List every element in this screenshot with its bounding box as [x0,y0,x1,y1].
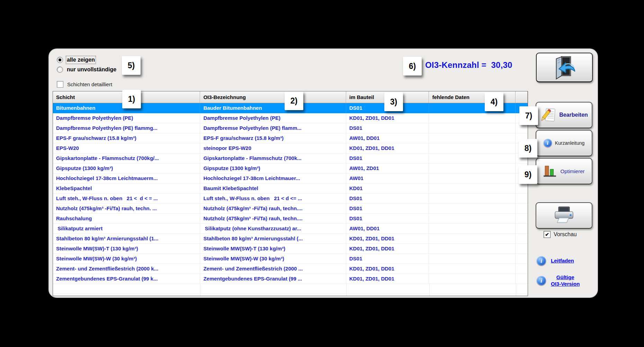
cell-im-bauteil: DS01 [346,153,429,163]
cell-fehlende-daten [429,194,516,203]
vorschau-checkbox-row[interactable]: ✔ Vorschau [544,231,577,238]
leitfaden-row: i Leitfaden [537,256,574,266]
cell-im-bauteil: KD01, ZD01, DD01 [346,244,429,253]
cell-schicht: Zementgebundenes EPS-Granulat (99 k... [53,274,200,284]
cell-schicht: Gipskartonplatte - Flammschutz (700kg/..… [53,153,200,163]
table-row[interactable]: Stahlbeton 80 kg/m³ Armierungsstahl (1..… [53,234,528,244]
table-row[interactable]: Silikatputz armiert Silikatputz (ohne Ku… [53,224,528,234]
optimierer-label: Optimierer [560,168,584,174]
table-row[interactable]: Luft steh., W-Fluss n. oben 21 < d < = .… [53,194,528,204]
print-button[interactable] [536,202,592,229]
cell-im-bauteil: AW01 [346,174,429,183]
table-row[interactable]: Rauhschalung Nutzholz (475kg/m³ -Fi/Ta) … [53,214,528,224]
radio-show-all-input[interactable] [57,57,63,63]
cell-extra [516,244,528,253]
checkbox-layers-detailed-label: Schichten detailliert [67,81,112,87]
cell-schicht: KlebeSpachtel [53,184,200,193]
cell-schicht: EPS-W20 [53,143,200,153]
column-header-extra[interactable] [516,91,528,103]
table-row[interactable]: Hochlochziegel 17-38cm Leichtmauerm... H… [53,174,528,184]
info-icon: i [537,256,546,266]
radio-show-all[interactable]: alle zeigen [57,57,95,63]
cell-oi3-bezeichnung: Gipskartonplatte - Flammschutz (700k... [200,153,346,163]
gueltige-version-row: i GültigeOI3-Version [537,274,580,287]
leitfaden-link[interactable]: Leitfaden [551,258,574,264]
cell-schicht: Gipsputze (1300 kg/m³) [53,163,200,173]
cell-schicht: Silikatputz armiert [53,224,200,233]
cell-im-bauteil: DS01 [346,194,429,203]
cell-im-bauteil: KD01 [346,184,429,193]
cell-oi3-bezeichnung: Zementgebundenes EPS-Granulat (99 ... [200,274,346,284]
bearbeiten-label: Bearbeiten [559,112,588,118]
table-row[interactable]: Steinwolle MW(SW)-W (30 kg/m³) Steinwoll… [53,254,528,264]
table-row[interactable]: Dampfbremse Polyethylen (PE) Dampfbremse… [53,113,528,123]
cell-oi3-bezeichnung: Gipsputze (1300 kg/m³) [200,163,346,173]
column-header-oi3-bezeichnung[interactable]: OI3-Bezeichnung [200,91,346,103]
callout-5: 5) [122,56,141,75]
cell-oi3-bezeichnung: Dampfbremse Polyethylen (PE) [200,113,346,123]
callout-7: 7) [519,106,538,125]
cell-extra [516,184,528,193]
callout-9: 9) [519,165,537,184]
cell-oi3-bezeichnung: Nutzholz (475kg/m³ -Fi/Ta) rauh, techn..… [200,204,346,213]
cell-im-bauteil: KD01, ZD01, DD01 [346,274,429,284]
cell-extra [516,204,528,213]
callout-1: 1) [122,90,141,108]
cell-schicht: Steinwolle MW(SW)-T (130 kg/m³) [53,244,200,253]
table-row[interactable]: Steinwolle MW(SW)-T (130 kg/m³) Steinwol… [53,244,528,254]
cell-im-bauteil: KD01, ZD01, DD01 [346,264,429,274]
checkbox-layers-detailed[interactable]: ✔ Schichten detailliert [57,81,112,88]
cell-oi3-bezeichnung: Steinwolle MW(SW)-T (130 kg/m³) [200,244,346,253]
cell-schicht: Hochlochziegel 17-38cm Leichtmauerm... [53,174,200,183]
cell-im-bauteil: DS01 [346,214,429,223]
exit-button[interactable] [536,53,593,82]
cell-schicht: Luft steh., W-Fluss n. oben 21 < d < = .… [53,194,200,203]
table-row[interactable]: Nutzholz (475kg/m³ -Fi/Ta) rauh, techn. … [53,204,528,214]
cell-extra [516,194,528,203]
cell-schicht: Stahlbeton 80 kg/m³ Armierungsstahl (1..… [53,234,200,243]
radio-incomplete-only[interactable]: nur unvollständige [57,66,116,73]
cell-fehlende-daten [429,113,516,123]
cell-fehlende-daten [429,163,516,173]
oi3-kennzahl-value: OI3-Kennzahl = 30,30 [425,60,512,70]
info-icon: i [537,276,546,285]
optimierer-button[interactable]: Optimierer [536,158,592,185]
cell-fehlende-daten [429,224,516,233]
table-row[interactable]: Dampfbremse Polyethylen (PE) flammg... D… [53,123,528,133]
gueltige-oi3-version-link[interactable]: GültigeOI3-Version [551,274,580,287]
cell-extra [516,224,528,233]
table-row[interactable]: Zementgebundenes EPS-Granulat (99 k... Z… [53,274,528,284]
radio-incomplete-only-input[interactable] [57,66,63,73]
table-row[interactable]: KlebeSpachtel Baumit KlebeSpachtel KD01 [53,184,528,194]
checkbox-layers-detailed-input[interactable]: ✔ [57,81,63,88]
cell-fehlende-daten [429,274,516,284]
cell-fehlende-daten [429,234,516,243]
cell-fehlende-daten [429,143,516,153]
kurzanleitung-button[interactable]: i Kurzanleitung [536,130,592,157]
table-row[interactable]: EPS-F grau/schwarz (15.8 kg/m³) EPS-F gr… [53,133,528,143]
printer-icon [553,206,575,225]
callout-4: 4) [485,92,503,111]
cell-oi3-bezeichnung: steinopor EPS-W20 [200,143,346,153]
cell-im-bauteil: AW01, DD01 [346,133,429,143]
cell-oi3-bezeichnung: Nutzholz (475kg/m³ -Fi/Ta) rauh, techn..… [200,214,346,223]
cell-fehlende-daten [429,254,516,264]
material-table: Schicht OI3-Bezeichnung im Bauteil fehle… [53,91,528,296]
oi3-material-list-window: alle zeigen nur unvollständige ✔ Schicht… [49,49,597,297]
vorschau-checkbox-input[interactable]: ✔ [544,231,551,238]
kurzanleitung-label: Kurzanleitung [555,140,585,146]
cell-fehlende-daten [429,204,516,213]
bearbeiten-button[interactable]: Bearbeiten [536,102,592,128]
table-row[interactable]: Gipsputze (1300 kg/m³) Gipsputze (1300 k… [53,163,528,174]
cell-oi3-bezeichnung: Hochlochziegel 17-38cm Leichtmauer... [200,174,346,183]
cell-fehlende-daten [429,133,516,143]
table-row[interactable]: Zement- und Zementfließestrich (2000 k..… [53,264,528,274]
table-row[interactable]: Gipskartonplatte - Flammschutz (700kg/..… [53,153,528,163]
table-row[interactable]: EPS-W20 steinopor EPS-W20 KD01, ZD01, DD… [53,143,528,153]
cell-im-bauteil: KD01, ZD01, DD01 [346,143,429,153]
cell-extra [516,254,528,264]
table-empty-area [53,284,528,296]
cell-schicht: Nutzholz (475kg/m³ -Fi/Ta) rauh, techn. … [53,204,200,213]
exit-door-icon [550,55,579,80]
cell-fehlende-daten [429,264,516,274]
